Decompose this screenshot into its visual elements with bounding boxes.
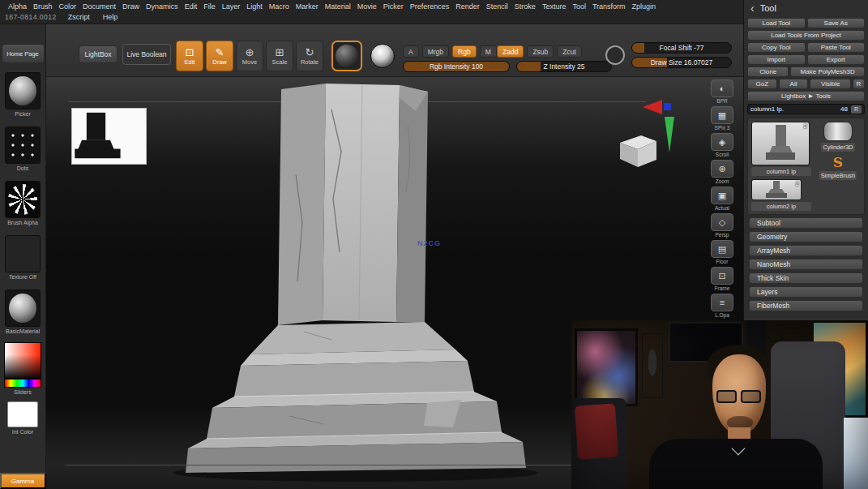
export-button[interactable]: Export bbox=[807, 54, 866, 65]
sculpt-mode-toggle[interactable]: Zsub bbox=[527, 45, 554, 58]
menu-item[interactable]: Zplugin bbox=[629, 2, 660, 11]
menu-item[interactable]: Render bbox=[452, 2, 483, 11]
right-shelf-button[interactable]: ◐ BPR bbox=[708, 79, 737, 104]
menu-item[interactable]: Brush bbox=[30, 2, 56, 11]
load-tool-button[interactable]: Load Tool bbox=[747, 18, 806, 28]
right-shelf-button[interactable]: ◈ Scroll bbox=[708, 133, 737, 157]
current-material-button[interactable] bbox=[331, 41, 362, 71]
load-tools-from-project-button[interactable]: Load Tools From Project bbox=[747, 30, 865, 41]
right-shelf-button[interactable]: ≡ L.Opa bbox=[708, 294, 737, 318]
menu-item[interactable]: Tool bbox=[569, 2, 589, 11]
menu-item[interactable]: Material bbox=[322, 2, 354, 11]
simplebrush-icon[interactable]: S bbox=[833, 155, 843, 169]
tool-subpalette-button[interactable]: Thick Skin bbox=[749, 272, 863, 284]
menu-item[interactable]: Edit bbox=[182, 2, 201, 11]
menu-item[interactable]: Document bbox=[79, 2, 119, 11]
menu-item[interactable]: Preferences bbox=[407, 2, 453, 11]
paint-mode-toggle[interactable]: Mrgb bbox=[422, 45, 449, 58]
zbrush-app: AlphaBrushColorDocumentDrawDynamicsEditF… bbox=[0, 0, 868, 489]
stroke-preview-icon[interactable] bbox=[605, 45, 625, 65]
tool-subpalette-button[interactable]: ArrayMesh bbox=[749, 245, 863, 256]
z-intensity-slider[interactable]: Z Intensity 25 bbox=[516, 61, 612, 72]
cylinder3d-thumbnail[interactable] bbox=[823, 122, 853, 141]
paste-tool-button[interactable]: Paste Tool bbox=[807, 42, 866, 53]
sculpt-mode-toggle[interactable]: Zcut bbox=[557, 45, 582, 58]
menu-item[interactable]: File bbox=[200, 2, 219, 11]
home-page-button[interactable]: Home Page bbox=[2, 44, 45, 63]
material-thumbnail[interactable] bbox=[5, 290, 41, 327]
right-shelf-button[interactable]: ◇ Persp bbox=[708, 213, 737, 238]
menu-item[interactable]: Marker bbox=[293, 2, 322, 11]
menu-item[interactable]: Help bbox=[100, 12, 122, 22]
right-shelf-button[interactable]: ⊡ Frame bbox=[708, 267, 737, 291]
mode-button[interactable]: ⊡ Edit bbox=[176, 41, 203, 71]
menu-item[interactable]: Alpha bbox=[5, 2, 30, 11]
right-shelf-button[interactable]: ▦ SPix 3 bbox=[708, 106, 737, 131]
lightbox-button[interactable]: LightBox bbox=[79, 45, 118, 63]
menu-item[interactable]: Macro bbox=[266, 2, 293, 11]
right-shelf-button[interactable]: ▤ Floor bbox=[708, 240, 737, 264]
menu-item[interactable]: Stroke bbox=[511, 2, 539, 11]
copy-tool-button[interactable]: Copy Tool bbox=[747, 42, 806, 53]
menu-item[interactable]: Movie bbox=[354, 2, 380, 11]
menu-item[interactable]: Draw bbox=[119, 2, 143, 11]
save-as-button[interactable]: Save As bbox=[807, 18, 866, 28]
texture-thumbnail[interactable] bbox=[5, 235, 41, 272]
tool-subpalette-button[interactable]: FiberMesh bbox=[749, 300, 863, 311]
menu-item[interactable]: Texture bbox=[539, 2, 570, 11]
visible-button[interactable]: Visible bbox=[810, 79, 851, 89]
right-shelf-label: Persp bbox=[716, 232, 729, 238]
current-brush-icon[interactable] bbox=[370, 44, 395, 68]
color-picker-gradient[interactable] bbox=[5, 343, 41, 380]
make-polymesh3d-button[interactable]: Make PolyMesh3D bbox=[790, 66, 865, 77]
brush-thumbnail[interactable] bbox=[5, 72, 41, 109]
color-picker-spectrum[interactable] bbox=[5, 380, 41, 387]
menu-item[interactable]: Color bbox=[56, 2, 80, 11]
sculpt-mode-toggle[interactable]: Zadd bbox=[497, 45, 524, 58]
alpha-thumbnail[interactable] bbox=[5, 181, 41, 218]
menu-item[interactable]: Light bbox=[243, 2, 266, 11]
tool-subpalette-button[interactable]: NanoMesh bbox=[749, 259, 863, 270]
import-button[interactable]: Import bbox=[747, 54, 806, 65]
r-button[interactable]: R bbox=[853, 79, 865, 89]
gamma-button[interactable]: Gamma bbox=[0, 473, 46, 489]
paint-mode-toggle[interactable]: Rgb bbox=[452, 45, 477, 58]
slider-r-button[interactable]: R bbox=[851, 105, 862, 114]
color-picker[interactable] bbox=[4, 342, 41, 388]
all-button[interactable]: All bbox=[779, 79, 809, 89]
active-tool-thumbnail[interactable]: 2 bbox=[751, 122, 810, 165]
glasses-lens bbox=[741, 390, 761, 403]
tool-subpalette-button[interactable]: Geometry bbox=[749, 231, 863, 242]
mode-button[interactable]: ⊞ Scale bbox=[266, 41, 293, 71]
menu-item[interactable]: Stencil bbox=[483, 2, 511, 11]
paint-mode-toggle[interactable]: A bbox=[403, 45, 419, 58]
focal-shift-slider[interactable]: Focal Shift -77 bbox=[631, 42, 732, 54]
menu-item[interactable]: Dynamics bbox=[143, 2, 182, 11]
stroke-thumbnail[interactable] bbox=[5, 127, 41, 164]
menu-item[interactable]: Picker bbox=[380, 2, 407, 11]
chevron-left-icon[interactable]: ‹ bbox=[750, 2, 755, 15]
goz-button[interactable]: GoZ bbox=[747, 79, 777, 89]
right-shelf-button[interactable]: ▣ Actual bbox=[708, 187, 737, 211]
current-color-swatch[interactable] bbox=[7, 401, 38, 427]
menu-item[interactable]: Layer bbox=[219, 2, 244, 11]
mode-button[interactable]: ↻ Rotate bbox=[296, 41, 323, 71]
tool-thumbnails-left: 2 column1 lp 2 column2 lp bbox=[751, 122, 811, 211]
menu-item[interactable]: Transform bbox=[589, 2, 629, 11]
axis-y-arrow bbox=[665, 117, 674, 152]
clone-button[interactable]: Clone bbox=[747, 66, 789, 77]
rgb-intensity-slider[interactable]: Rgb Intensity 100 bbox=[403, 61, 510, 72]
right-shelf-icon: ◇ bbox=[711, 213, 733, 231]
right-shelf-button[interactable]: ⊕ Zoom bbox=[708, 160, 737, 184]
tool-subpalette-button[interactable]: Layers bbox=[749, 286, 863, 298]
tool-subpalette-button[interactable]: Subtool bbox=[749, 217, 863, 229]
mode-button[interactable]: ⊕ Move bbox=[236, 41, 263, 71]
recent-tool-thumbnail[interactable]: 2 bbox=[751, 179, 802, 200]
menu-item[interactable]: Zscript bbox=[65, 12, 93, 22]
paint-mode-toggle[interactable]: M bbox=[480, 45, 497, 58]
draw-size-slider[interactable]: Draw Size 16.07027 bbox=[631, 57, 732, 68]
lightbox-tools-button[interactable]: Lightbox ► Tools bbox=[747, 91, 865, 101]
active-tool-slider[interactable]: column1 lp. 48 R bbox=[747, 104, 865, 114]
mode-button[interactable]: ✎ Draw bbox=[206, 41, 233, 71]
live-boolean-button[interactable]: Live Boolean bbox=[122, 44, 171, 65]
